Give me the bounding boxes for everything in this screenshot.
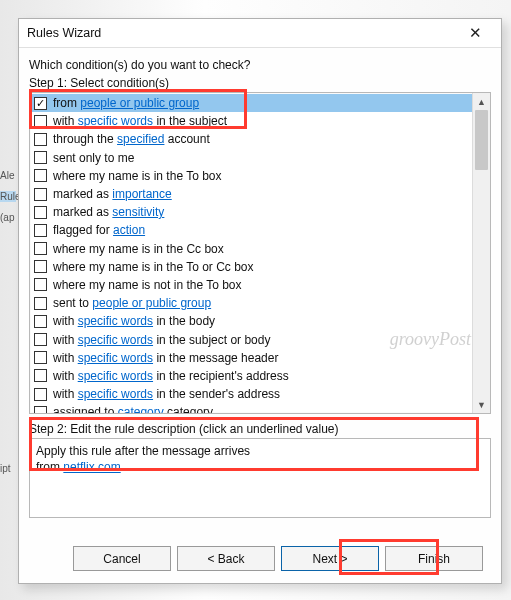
condition-link[interactable]: category [118, 405, 164, 413]
description-line: from netflix.com [36, 459, 484, 475]
condition-link[interactable]: people or public group [92, 296, 211, 310]
condition-checkbox[interactable] [34, 151, 47, 164]
condition-checkbox[interactable] [34, 133, 47, 146]
wizard-button-row: Cancel < Back Next > Finish [29, 536, 491, 583]
condition-item[interactable]: where my name is in the To or Cc box [30, 258, 472, 276]
close-icon: ✕ [469, 24, 482, 42]
rules-wizard-dialog: Rules Wizard ✕ Which condition(s) do you… [18, 18, 502, 584]
condition-link[interactable]: sensitivity [112, 205, 164, 219]
bg-label: Rule [0, 191, 16, 202]
condition-checkbox[interactable] [34, 278, 47, 291]
condition-checkbox[interactable] [34, 351, 47, 364]
scroll-thumb[interactable] [475, 110, 488, 170]
condition-item[interactable]: from people or public group [30, 94, 472, 112]
condition-item[interactable]: sent only to me [30, 149, 472, 167]
step2-label: Step 2: Edit the rule description (click… [29, 422, 491, 436]
condition-link[interactable]: specific words [78, 333, 153, 347]
finish-button[interactable]: Finish [385, 546, 483, 571]
condition-checkbox[interactable] [34, 206, 47, 219]
condition-checkbox[interactable] [34, 406, 47, 413]
condition-text: with specific words in the subject [53, 114, 227, 128]
condition-text: where my name is in the To or Cc box [53, 260, 254, 274]
next-button[interactable]: Next > [281, 546, 379, 571]
condition-item[interactable]: sent to people or public group [30, 294, 472, 312]
condition-item[interactable]: with specific words in the subject [30, 112, 472, 130]
condition-item[interactable]: through the specified account [30, 130, 472, 148]
condition-link[interactable]: specific words [78, 387, 153, 401]
condition-text-pre: with [53, 387, 78, 401]
condition-text: with specific words in the sender's addr… [53, 387, 280, 401]
condition-checkbox[interactable] [34, 260, 47, 273]
condition-item[interactable]: where my name is in the To box [30, 167, 472, 185]
condition-item[interactable]: marked as sensitivity [30, 203, 472, 221]
scrollbar[interactable]: ▲ ▼ [472, 93, 490, 413]
condition-item[interactable]: with specific words in the recipient's a… [30, 367, 472, 385]
condition-checkbox[interactable] [34, 242, 47, 255]
condition-item[interactable]: marked as importance [30, 185, 472, 203]
condition-item[interactable]: with specific words in the body [30, 312, 472, 330]
condition-item[interactable]: where my name is in the Cc box [30, 240, 472, 258]
back-button[interactable]: < Back [177, 546, 275, 571]
scroll-down-arrow-icon[interactable]: ▼ [473, 396, 490, 413]
cancel-button[interactable]: Cancel [73, 546, 171, 571]
condition-link[interactable]: specific words [78, 114, 153, 128]
condition-link[interactable]: importance [112, 187, 171, 201]
condition-text-pre: where my name is in the To box [53, 169, 222, 183]
condition-item[interactable]: with specific words in the sender's addr… [30, 385, 472, 403]
condition-checkbox[interactable] [34, 97, 47, 110]
condition-checkbox[interactable] [34, 169, 47, 182]
condition-checkbox[interactable] [34, 315, 47, 328]
condition-text-post: in the subject or body [153, 333, 270, 347]
condition-text: sent to people or public group [53, 296, 211, 310]
condition-link[interactable]: specific words [78, 369, 153, 383]
condition-text-pre: marked as [53, 187, 112, 201]
condition-link[interactable]: action [113, 223, 145, 237]
condition-text-pre: marked as [53, 205, 112, 219]
background-truncated-labels: Ale Rule (ap ipt [0, 160, 16, 484]
condition-checkbox[interactable] [34, 333, 47, 346]
description-from-prefix: from [36, 460, 63, 474]
rule-value-sender-link[interactable]: netflix.com [63, 460, 120, 474]
condition-checkbox[interactable] [34, 369, 47, 382]
condition-checkbox[interactable] [34, 188, 47, 201]
condition-link[interactable]: specific words [78, 351, 153, 365]
condition-checkbox[interactable] [34, 224, 47, 237]
condition-text: assigned to category category [53, 405, 213, 413]
rule-description-box: Apply this rule after the message arrive… [29, 438, 491, 518]
titlebar: Rules Wizard ✕ [19, 19, 501, 48]
condition-link[interactable]: specific words [78, 314, 153, 328]
scroll-track[interactable] [473, 110, 490, 396]
condition-text-post: in the sender's address [153, 387, 280, 401]
condition-item[interactable]: where my name is not in the To box [30, 276, 472, 294]
condition-text: where my name is in the To box [53, 169, 222, 183]
prompt-text: Which condition(s) do you want to check? [29, 58, 491, 72]
condition-text-pre: with [53, 114, 78, 128]
step1-label: Step 1: Select condition(s) [29, 76, 491, 90]
description-line: Apply this rule after the message arrive… [36, 443, 484, 459]
condition-link[interactable]: specified [117, 132, 164, 146]
bg-label: (ap [0, 212, 16, 223]
condition-item[interactable]: with specific words in the subject or bo… [30, 330, 472, 348]
condition-checkbox[interactable] [34, 388, 47, 401]
condition-link[interactable]: people or public group [80, 96, 199, 110]
condition-text-pre: with [53, 369, 78, 383]
bg-label: Ale [0, 170, 16, 181]
condition-checkbox[interactable] [34, 115, 47, 128]
condition-text: with specific words in the body [53, 314, 215, 328]
condition-checkbox[interactable] [34, 297, 47, 310]
condition-text: sent only to me [53, 151, 134, 165]
condition-text: through the specified account [53, 132, 210, 146]
condition-text: from people or public group [53, 96, 199, 110]
condition-text-pre: where my name is in the Cc box [53, 242, 224, 256]
condition-text-pre: through the [53, 132, 117, 146]
condition-item[interactable]: with specific words in the message heade… [30, 349, 472, 367]
scroll-up-arrow-icon[interactable]: ▲ [473, 93, 490, 110]
condition-text-pre: with [53, 351, 78, 365]
close-button[interactable]: ✕ [455, 21, 495, 45]
condition-text-pre: where my name is in the To or Cc box [53, 260, 254, 274]
condition-item[interactable]: flagged for action [30, 221, 472, 239]
condition-text: with specific words in the recipient's a… [53, 369, 289, 383]
dialog-title: Rules Wizard [27, 26, 455, 40]
condition-text-pre: flagged for [53, 223, 113, 237]
condition-item[interactable]: assigned to category category [30, 403, 472, 413]
